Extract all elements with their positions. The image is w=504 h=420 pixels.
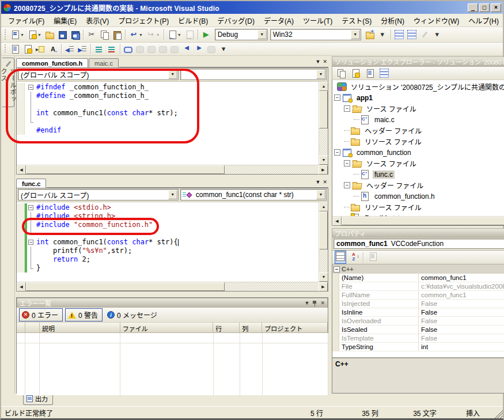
editor-tab-func.c[interactable]: func.c <box>16 179 46 188</box>
indicator-margin[interactable] <box>17 212 25 221</box>
menu-item-7[interactable]: データ(A) <box>259 14 298 27</box>
menu-item-11[interactable]: ウィンドウ(W) <box>409 14 464 27</box>
property-row-IsInline[interactable]: IsInlineFalse <box>332 308 504 317</box>
property-value[interactable]: False <box>419 308 504 316</box>
scroll-left-icon[interactable]: ◀ <box>17 165 26 175</box>
paste-icon[interactable] <box>111 29 123 40</box>
column-header-gutter[interactable] <box>17 323 25 332</box>
code-line[interactable] <box>17 229 319 238</box>
platform-combo[interactable]: Win32 ▼ <box>270 29 361 40</box>
navigate-back-icon[interactable]: ←▼ <box>166 29 183 40</box>
code-editor-header[interactable]: −#ifndef _common_function_h_#define _com… <box>17 82 319 165</box>
property-value[interactable]: int <box>419 343 504 351</box>
close-icon[interactable]: ✕ <box>320 300 325 307</box>
chevron-down-icon[interactable]: ▼ <box>316 190 325 199</box>
horizontal-scrollbar[interactable]: ◀ ▶ <box>17 165 328 174</box>
property-value[interactable]: c:¥data¥vc_visualstudio2008¥2 <box>419 282 504 290</box>
property-row-TypeString[interactable]: TypeStringint <box>332 343 504 351</box>
copy-icon[interactable] <box>98 29 111 40</box>
scope-combo-2[interactable]: (グローバル スコープ) ▼ <box>18 189 179 200</box>
menu-item-5[interactable]: ビルド(B) <box>173 14 213 27</box>
tree-item-common_function[interactable]: −common_function <box>332 147 504 158</box>
chevron-down-icon[interactable]: ▼ <box>351 30 360 39</box>
show-all-files-icon[interactable] <box>349 67 362 79</box>
member-combo-2[interactable]: common_func1(const char * str) ▼ <box>180 189 327 200</box>
chevron-down-icon[interactable]: ▼ <box>168 70 177 79</box>
toolbar-grip[interactable] <box>4 29 7 40</box>
property-value[interactable]: common_func1 <box>419 274 504 282</box>
menu-item-4[interactable]: プロジェクト(P) <box>113 14 173 27</box>
fold-margin[interactable]: − <box>27 238 35 247</box>
scroll-right-icon[interactable]: ▶ <box>319 282 328 292</box>
close-document-icon[interactable]: ✕ <box>323 179 327 186</box>
menu-item-12[interactable]: ヘルプ(H) <box>464 14 503 27</box>
column-header-説明[interactable]: 説明 <box>40 323 120 332</box>
indicator-margin[interactable] <box>17 109 25 118</box>
collapse-icon[interactable]: − <box>28 205 33 210</box>
tree-item-ソース ファイル[interactable]: −ソース ファイル <box>332 103 504 114</box>
tree-item-func.c[interactable]: C⁺func.c <box>332 169 504 180</box>
scroll-down-icon[interactable]: ▼ <box>319 156 328 165</box>
menu-item-1[interactable]: ファイル(F) <box>3 14 49 27</box>
cut-icon[interactable]: ✂ <box>85 29 98 40</box>
maximize-button[interactable]: □ <box>479 3 490 12</box>
collapse-icon[interactable]: − <box>344 182 350 188</box>
view-code-icon[interactable] <box>363 67 376 79</box>
property-row-File[interactable]: Filec:¥data¥vc_visualstudio2008¥2 <box>332 282 504 291</box>
tree-item-リソース ファイル[interactable]: リソース ファイル <box>332 136 504 147</box>
toolbar2-overflow-icon[interactable]: ▾ <box>217 43 230 55</box>
increase-indent-icon[interactable]: ▶ <box>76 43 89 55</box>
tool-grid-icon-2[interactable] <box>406 29 418 40</box>
property-value[interactable]: False <box>419 317 504 325</box>
indicator-margin[interactable] <box>17 255 25 264</box>
code-editor-source[interactable]: −#include <stdio.h>#include <string.h>#i… <box>17 202 319 282</box>
class-diagram-icon[interactable] <box>378 67 391 79</box>
collapse-icon[interactable]: − <box>334 266 340 273</box>
close-button[interactable]: × <box>491 3 501 12</box>
minimize-button[interactable]: _ <box>468 3 478 12</box>
chevron-down-icon[interactable]: ▼ <box>139 33 143 37</box>
indicator-margin[interactable] <box>17 238 25 247</box>
editor-tab-common_function.h[interactable]: common_function.h <box>16 58 88 67</box>
tool-grid-icon-1[interactable] <box>393 29 406 40</box>
property-row-IsOverloaded[interactable]: IsOverloadedFalse <box>332 317 504 326</box>
word-completion-icon[interactable]: A <box>47 43 59 55</box>
tree-item-ソース ファイル[interactable]: −ソース ファイル <box>332 158 504 169</box>
chevron-down-icon[interactable]: ▼ <box>316 70 325 79</box>
scope-combo-1[interactable]: (グローバル スコープ) ▼ <box>18 69 179 80</box>
property-row-IsTemplate[interactable]: IsTemplateFalse <box>332 334 504 343</box>
menu-item-10[interactable]: 分析(N) <box>376 14 409 27</box>
collapse-icon[interactable]: − <box>28 85 33 90</box>
property-value[interactable]: common_func1 <box>419 291 504 299</box>
uncomment-lines-icon[interactable] <box>105 43 118 55</box>
scroll-up-icon[interactable]: ▲ <box>319 202 328 211</box>
indicator-margin[interactable] <box>17 92 25 100</box>
menu-item-8[interactable]: ツール(T) <box>298 14 337 27</box>
close-document-icon[interactable]: ✕ <box>323 58 327 65</box>
toolbar-overflow-icon-2[interactable]: ▾ <box>431 29 444 40</box>
chevron-down-icon[interactable]: ▼ <box>20 33 24 37</box>
add-item-icon[interactable]: ▼ <box>26 29 43 40</box>
menu-item-2[interactable]: 編集(E) <box>49 14 81 27</box>
decrease-indent-icon[interactable]: ◀ <box>63 43 76 55</box>
column-header-行[interactable]: 行 <box>213 323 240 332</box>
menu-item-3[interactable]: 表示(V) <box>81 14 113 27</box>
property-value[interactable]: False <box>419 334 504 342</box>
scroll-down-icon[interactable]: ▼ <box>319 273 328 282</box>
next-bookmark-doc-icon[interactable]: ▶ <box>193 43 206 55</box>
find-in-files-icon[interactable]: ＊ <box>363 29 376 40</box>
scroll-left-icon[interactable]: ◀ <box>17 282 26 292</box>
categorized-button[interactable] <box>335 251 346 264</box>
code-line[interactable]: #include <string.h> <box>17 212 319 221</box>
tree-item-common_function.h[interactable]: hcommon_function.h <box>332 191 504 202</box>
configuration-combo[interactable]: Debug ▼ <box>215 29 268 40</box>
chevron-down-icon[interactable]: ▼ <box>177 33 181 37</box>
parameter-info-icon[interactable] <box>21 43 34 55</box>
vertical-scrollbar[interactable]: ▲ ▼ <box>319 202 328 282</box>
save-all-icon[interactable] <box>69 29 81 40</box>
scroll-left-icon[interactable]: ◀ <box>332 217 342 226</box>
tree-item-ヘッダー ファイル[interactable]: ヘッダー ファイル <box>332 125 504 136</box>
alphabetical-button[interactable]: AZ <box>348 251 359 263</box>
tree-item-app1[interactable]: −app1 <box>332 92 504 103</box>
property-value[interactable]: False <box>419 326 504 334</box>
